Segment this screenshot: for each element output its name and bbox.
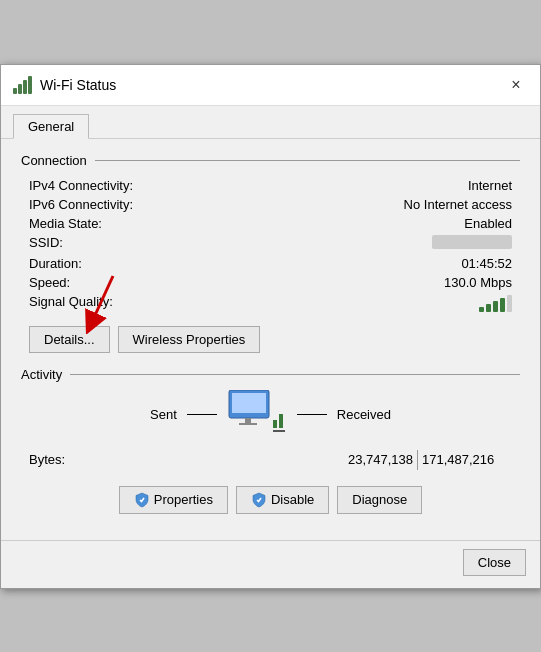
disable-label: Disable [271, 492, 314, 507]
svg-rect-5 [239, 423, 257, 425]
received-label: Received [337, 407, 391, 422]
svg-rect-4 [245, 418, 251, 423]
wifi-status-window: Wi-Fi Status × General Connection IPv4 C… [0, 64, 541, 589]
properties-button[interactable]: Properties [119, 486, 228, 514]
ssid-value [432, 235, 512, 252]
connection-info-table: IPv4 Connectivity: Internet IPv6 Connect… [21, 176, 520, 314]
ssid-box [432, 235, 512, 249]
svg-rect-6 [273, 420, 277, 428]
signal-bar-5 [507, 295, 512, 312]
title-bar: Wi-Fi Status × [1, 65, 540, 106]
signal-bar-1 [479, 307, 484, 312]
signal-quality-value [479, 294, 512, 312]
signal-bar-3 [493, 301, 498, 312]
connection-btn-row: Details... Wireless Properties [29, 326, 520, 353]
duration-label: Duration: [29, 256, 82, 271]
duration-value: 01:45:52 [461, 256, 512, 271]
bytes-row: Bytes: 23,747,138 171,487,216 [21, 448, 520, 472]
ssid-row: SSID: [21, 233, 520, 254]
content-area: Connection IPv4 Connectivity: Internet I… [1, 139, 540, 536]
signal-bars [479, 294, 512, 312]
activity-section-title: Activity [21, 367, 520, 382]
signal-bar-4 [500, 298, 505, 312]
svg-rect-8 [273, 430, 285, 432]
speed-value: 130.0 Mbps [444, 275, 512, 290]
speed-label: Speed: [29, 275, 70, 290]
sent-label: Sent [150, 407, 177, 422]
properties-shield-icon [134, 492, 150, 508]
svg-rect-7 [279, 414, 283, 428]
title-bar-left: Wi-Fi Status [13, 76, 116, 94]
ssid-label: SSID: [29, 235, 63, 252]
buttons-area: Details... Wireless Properties [21, 326, 520, 353]
bottom-buttons: Properties Disable Diagnose [21, 486, 520, 514]
computer-icon [227, 390, 287, 440]
bytes-sent: 23,747,138 [323, 452, 413, 467]
close-button[interactable]: Close [463, 549, 526, 576]
signal-quality-row: Signal Quality: [21, 292, 520, 314]
close-window-button[interactable]: × [504, 73, 528, 97]
disable-button[interactable]: Disable [236, 486, 329, 514]
disable-shield-icon [251, 492, 267, 508]
line-right [297, 414, 327, 415]
window-title: Wi-Fi Status [40, 77, 116, 93]
svg-rect-3 [232, 393, 266, 413]
activity-section: Activity Sent [21, 367, 520, 472]
signal-bar-2 [486, 304, 491, 312]
bytes-label: Bytes: [29, 452, 65, 467]
bytes-values: 23,747,138 171,487,216 [323, 450, 512, 470]
media-state-row: Media State: Enabled [21, 214, 520, 233]
line-left [187, 414, 217, 415]
media-state-label: Media State: [29, 216, 102, 231]
ipv6-row: IPv6 Connectivity: No Internet access [21, 195, 520, 214]
ipv6-value: No Internet access [404, 197, 512, 212]
media-state-value: Enabled [464, 216, 512, 231]
details-button[interactable]: Details... [29, 326, 110, 353]
ipv4-row: IPv4 Connectivity: Internet [21, 176, 520, 195]
tab-bar: General [1, 106, 540, 139]
connection-section-title: Connection [21, 153, 520, 168]
footer: Close [1, 540, 540, 588]
ipv6-label: IPv6 Connectivity: [29, 197, 133, 212]
speed-row: Speed: 130.0 Mbps [21, 273, 520, 292]
properties-label: Properties [154, 492, 213, 507]
wireless-properties-button[interactable]: Wireless Properties [118, 326, 261, 353]
signal-quality-label: Signal Quality: [29, 294, 113, 312]
bytes-received: 171,487,216 [422, 452, 512, 467]
wifi-title-icon [13, 76, 32, 94]
diagnose-button[interactable]: Diagnose [337, 486, 422, 514]
ipv4-label: IPv4 Connectivity: [29, 178, 133, 193]
network-visual: Sent Received [21, 390, 520, 440]
duration-row: Duration: 01:45:52 [21, 254, 520, 273]
ipv4-value: Internet [468, 178, 512, 193]
bytes-divider [417, 450, 418, 470]
tab-general[interactable]: General [13, 114, 89, 139]
